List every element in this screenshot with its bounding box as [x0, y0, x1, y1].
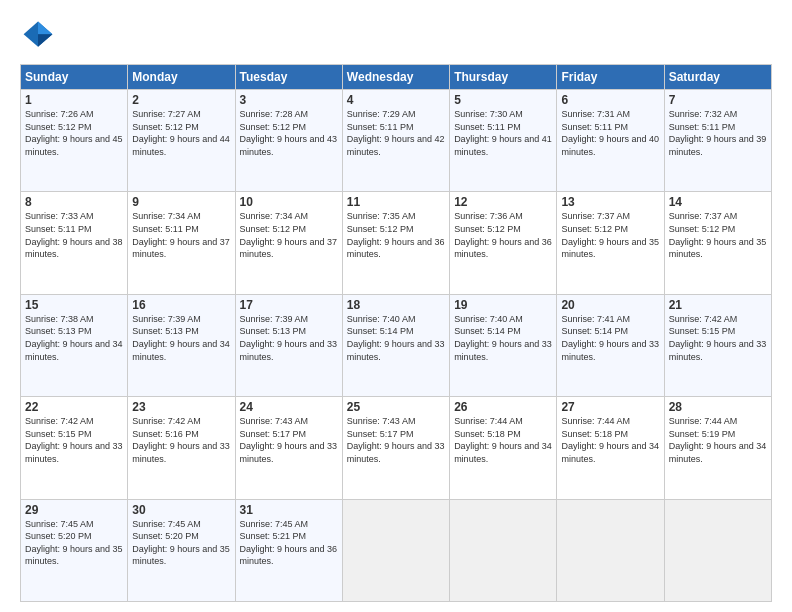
cell-info: Sunrise: 7:42 AM Sunset: 5:15 PM Dayligh… [25, 415, 123, 465]
cell-info: Sunrise: 7:44 AM Sunset: 5:18 PM Dayligh… [561, 415, 659, 465]
cell-info: Sunrise: 7:45 AM Sunset: 5:20 PM Dayligh… [25, 518, 123, 568]
day-number: 25 [347, 400, 445, 414]
day-number: 11 [347, 195, 445, 209]
cell-info: Sunrise: 7:38 AM Sunset: 5:13 PM Dayligh… [25, 313, 123, 363]
day-header-wednesday: Wednesday [342, 65, 449, 90]
calendar-cell: 2 Sunrise: 7:27 AM Sunset: 5:12 PM Dayli… [128, 90, 235, 192]
cell-info: Sunrise: 7:35 AM Sunset: 5:12 PM Dayligh… [347, 210, 445, 260]
day-number: 9 [132, 195, 230, 209]
cell-info: Sunrise: 7:44 AM Sunset: 5:18 PM Dayligh… [454, 415, 552, 465]
cell-info: Sunrise: 7:42 AM Sunset: 5:15 PM Dayligh… [669, 313, 767, 363]
calendar-cell: 9 Sunrise: 7:34 AM Sunset: 5:11 PM Dayli… [128, 192, 235, 294]
calendar-cell [450, 499, 557, 601]
calendar-cell: 1 Sunrise: 7:26 AM Sunset: 5:12 PM Dayli… [21, 90, 128, 192]
day-number: 4 [347, 93, 445, 107]
day-header-saturday: Saturday [664, 65, 771, 90]
calendar-cell: 24 Sunrise: 7:43 AM Sunset: 5:17 PM Dayl… [235, 397, 342, 499]
cell-info: Sunrise: 7:32 AM Sunset: 5:11 PM Dayligh… [669, 108, 767, 158]
day-number: 12 [454, 195, 552, 209]
day-number: 17 [240, 298, 338, 312]
day-number: 15 [25, 298, 123, 312]
cell-info: Sunrise: 7:28 AM Sunset: 5:12 PM Dayligh… [240, 108, 338, 158]
cell-info: Sunrise: 7:37 AM Sunset: 5:12 PM Dayligh… [561, 210, 659, 260]
calendar-cell: 12 Sunrise: 7:36 AM Sunset: 5:12 PM Dayl… [450, 192, 557, 294]
day-number: 18 [347, 298, 445, 312]
calendar-cell: 28 Sunrise: 7:44 AM Sunset: 5:19 PM Dayl… [664, 397, 771, 499]
calendar-cell [342, 499, 449, 601]
day-header-monday: Monday [128, 65, 235, 90]
calendar-cell: 19 Sunrise: 7:40 AM Sunset: 5:14 PM Dayl… [450, 294, 557, 396]
calendar-week-3: 15 Sunrise: 7:38 AM Sunset: 5:13 PM Dayl… [21, 294, 772, 396]
day-number: 14 [669, 195, 767, 209]
day-number: 24 [240, 400, 338, 414]
cell-info: Sunrise: 7:40 AM Sunset: 5:14 PM Dayligh… [347, 313, 445, 363]
calendar-cell: 26 Sunrise: 7:44 AM Sunset: 5:18 PM Dayl… [450, 397, 557, 499]
day-number: 8 [25, 195, 123, 209]
cell-info: Sunrise: 7:43 AM Sunset: 5:17 PM Dayligh… [240, 415, 338, 465]
calendar-cell: 6 Sunrise: 7:31 AM Sunset: 5:11 PM Dayli… [557, 90, 664, 192]
calendar-cell: 20 Sunrise: 7:41 AM Sunset: 5:14 PM Dayl… [557, 294, 664, 396]
day-number: 23 [132, 400, 230, 414]
cell-info: Sunrise: 7:31 AM Sunset: 5:11 PM Dayligh… [561, 108, 659, 158]
calendar-cell: 21 Sunrise: 7:42 AM Sunset: 5:15 PM Dayl… [664, 294, 771, 396]
calendar-cell: 13 Sunrise: 7:37 AM Sunset: 5:12 PM Dayl… [557, 192, 664, 294]
day-number: 21 [669, 298, 767, 312]
day-number: 2 [132, 93, 230, 107]
calendar-cell: 11 Sunrise: 7:35 AM Sunset: 5:12 PM Dayl… [342, 192, 449, 294]
day-number: 19 [454, 298, 552, 312]
calendar-cell: 16 Sunrise: 7:39 AM Sunset: 5:13 PM Dayl… [128, 294, 235, 396]
cell-info: Sunrise: 7:29 AM Sunset: 5:11 PM Dayligh… [347, 108, 445, 158]
cell-info: Sunrise: 7:45 AM Sunset: 5:21 PM Dayligh… [240, 518, 338, 568]
svg-marker-2 [38, 34, 52, 47]
day-number: 30 [132, 503, 230, 517]
cell-info: Sunrise: 7:34 AM Sunset: 5:11 PM Dayligh… [132, 210, 230, 260]
calendar-table: SundayMondayTuesdayWednesdayThursdayFrid… [20, 64, 772, 602]
day-number: 26 [454, 400, 552, 414]
calendar-cell: 27 Sunrise: 7:44 AM Sunset: 5:18 PM Dayl… [557, 397, 664, 499]
cell-info: Sunrise: 7:42 AM Sunset: 5:16 PM Dayligh… [132, 415, 230, 465]
calendar-cell: 29 Sunrise: 7:45 AM Sunset: 5:20 PM Dayl… [21, 499, 128, 601]
cell-info: Sunrise: 7:45 AM Sunset: 5:20 PM Dayligh… [132, 518, 230, 568]
calendar-week-1: 1 Sunrise: 7:26 AM Sunset: 5:12 PM Dayli… [21, 90, 772, 192]
calendar-cell: 25 Sunrise: 7:43 AM Sunset: 5:17 PM Dayl… [342, 397, 449, 499]
day-number: 27 [561, 400, 659, 414]
calendar-cell: 8 Sunrise: 7:33 AM Sunset: 5:11 PM Dayli… [21, 192, 128, 294]
cell-info: Sunrise: 7:30 AM Sunset: 5:11 PM Dayligh… [454, 108, 552, 158]
day-header-sunday: Sunday [21, 65, 128, 90]
calendar-cell: 7 Sunrise: 7:32 AM Sunset: 5:11 PM Dayli… [664, 90, 771, 192]
cell-info: Sunrise: 7:34 AM Sunset: 5:12 PM Dayligh… [240, 210, 338, 260]
cell-info: Sunrise: 7:44 AM Sunset: 5:19 PM Dayligh… [669, 415, 767, 465]
cell-info: Sunrise: 7:33 AM Sunset: 5:11 PM Dayligh… [25, 210, 123, 260]
calendar-cell: 15 Sunrise: 7:38 AM Sunset: 5:13 PM Dayl… [21, 294, 128, 396]
cell-info: Sunrise: 7:43 AM Sunset: 5:17 PM Dayligh… [347, 415, 445, 465]
logo [20, 18, 62, 54]
calendar-week-5: 29 Sunrise: 7:45 AM Sunset: 5:20 PM Dayl… [21, 499, 772, 601]
day-number: 10 [240, 195, 338, 209]
calendar-cell: 22 Sunrise: 7:42 AM Sunset: 5:15 PM Dayl… [21, 397, 128, 499]
cell-info: Sunrise: 7:39 AM Sunset: 5:13 PM Dayligh… [240, 313, 338, 363]
calendar-header-row: SundayMondayTuesdayWednesdayThursdayFrid… [21, 65, 772, 90]
calendar-cell: 5 Sunrise: 7:30 AM Sunset: 5:11 PM Dayli… [450, 90, 557, 192]
day-header-friday: Friday [557, 65, 664, 90]
day-header-thursday: Thursday [450, 65, 557, 90]
cell-info: Sunrise: 7:37 AM Sunset: 5:12 PM Dayligh… [669, 210, 767, 260]
day-number: 20 [561, 298, 659, 312]
calendar-cell: 4 Sunrise: 7:29 AM Sunset: 5:11 PM Dayli… [342, 90, 449, 192]
svg-marker-1 [38, 22, 52, 35]
cell-info: Sunrise: 7:27 AM Sunset: 5:12 PM Dayligh… [132, 108, 230, 158]
logo-icon [20, 18, 56, 54]
calendar-week-2: 8 Sunrise: 7:33 AM Sunset: 5:11 PM Dayli… [21, 192, 772, 294]
day-number: 5 [454, 93, 552, 107]
cell-info: Sunrise: 7:26 AM Sunset: 5:12 PM Dayligh… [25, 108, 123, 158]
calendar-cell [664, 499, 771, 601]
day-number: 29 [25, 503, 123, 517]
calendar-cell: 17 Sunrise: 7:39 AM Sunset: 5:13 PM Dayl… [235, 294, 342, 396]
day-number: 31 [240, 503, 338, 517]
day-number: 7 [669, 93, 767, 107]
calendar-cell: 18 Sunrise: 7:40 AM Sunset: 5:14 PM Dayl… [342, 294, 449, 396]
cell-info: Sunrise: 7:36 AM Sunset: 5:12 PM Dayligh… [454, 210, 552, 260]
calendar-cell [557, 499, 664, 601]
calendar-cell: 3 Sunrise: 7:28 AM Sunset: 5:12 PM Dayli… [235, 90, 342, 192]
day-number: 3 [240, 93, 338, 107]
calendar-cell: 30 Sunrise: 7:45 AM Sunset: 5:20 PM Dayl… [128, 499, 235, 601]
